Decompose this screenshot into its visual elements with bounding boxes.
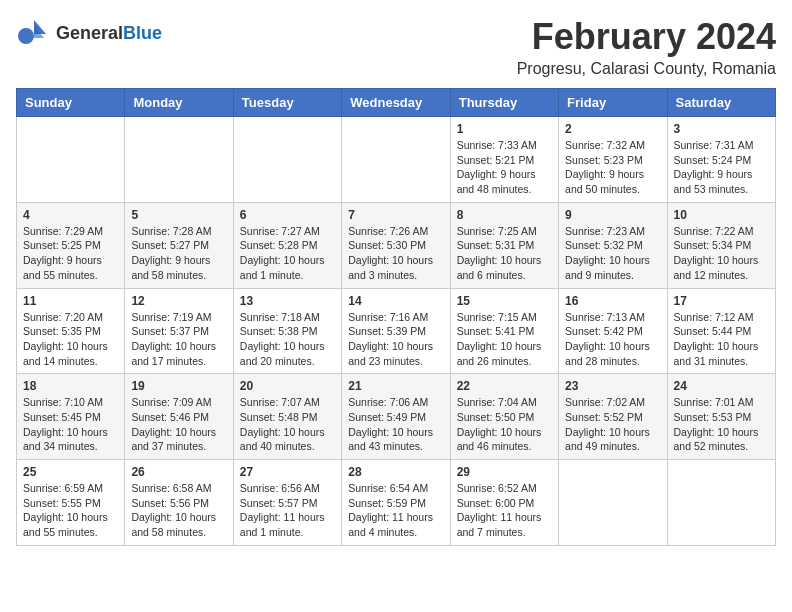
day-number: 26 (131, 465, 226, 479)
calendar-cell: 28Sunrise: 6:54 AM Sunset: 5:59 PM Dayli… (342, 460, 450, 546)
month-year-title: February 2024 (517, 16, 776, 58)
day-number: 12 (131, 294, 226, 308)
day-info: Sunrise: 7:22 AM Sunset: 5:34 PM Dayligh… (674, 224, 769, 283)
day-number: 27 (240, 465, 335, 479)
calendar-cell: 9Sunrise: 7:23 AM Sunset: 5:32 PM Daylig… (559, 202, 667, 288)
calendar-cell: 8Sunrise: 7:25 AM Sunset: 5:31 PM Daylig… (450, 202, 558, 288)
title-block: February 2024 Progresu, Calarasi County,… (517, 16, 776, 78)
day-number: 10 (674, 208, 769, 222)
day-info: Sunrise: 7:12 AM Sunset: 5:44 PM Dayligh… (674, 310, 769, 369)
calendar-cell: 20Sunrise: 7:07 AM Sunset: 5:48 PM Dayli… (233, 374, 341, 460)
calendar-cell (667, 460, 775, 546)
calendar-cell (233, 117, 341, 203)
day-info: Sunrise: 7:25 AM Sunset: 5:31 PM Dayligh… (457, 224, 552, 283)
day-info: Sunrise: 6:54 AM Sunset: 5:59 PM Dayligh… (348, 481, 443, 540)
day-info: Sunrise: 7:18 AM Sunset: 5:38 PM Dayligh… (240, 310, 335, 369)
day-info: Sunrise: 7:28 AM Sunset: 5:27 PM Dayligh… (131, 224, 226, 283)
calendar-cell: 1Sunrise: 7:33 AM Sunset: 5:21 PM Daylig… (450, 117, 558, 203)
day-info: Sunrise: 7:16 AM Sunset: 5:39 PM Dayligh… (348, 310, 443, 369)
day-number: 21 (348, 379, 443, 393)
day-number: 15 (457, 294, 552, 308)
calendar-cell: 29Sunrise: 6:52 AM Sunset: 6:00 PM Dayli… (450, 460, 558, 546)
day-info: Sunrise: 6:56 AM Sunset: 5:57 PM Dayligh… (240, 481, 335, 540)
calendar-cell: 27Sunrise: 6:56 AM Sunset: 5:57 PM Dayli… (233, 460, 341, 546)
day-info: Sunrise: 7:06 AM Sunset: 5:49 PM Dayligh… (348, 395, 443, 454)
page-header: GeneralBlue February 2024 Progresu, Cala… (16, 16, 776, 78)
day-info: Sunrise: 7:09 AM Sunset: 5:46 PM Dayligh… (131, 395, 226, 454)
day-number: 20 (240, 379, 335, 393)
day-number: 18 (23, 379, 118, 393)
day-info: Sunrise: 7:29 AM Sunset: 5:25 PM Dayligh… (23, 224, 118, 283)
day-number: 5 (131, 208, 226, 222)
logo-icon (16, 16, 52, 52)
day-number: 3 (674, 122, 769, 136)
day-number: 7 (348, 208, 443, 222)
day-info: Sunrise: 7:02 AM Sunset: 5:52 PM Dayligh… (565, 395, 660, 454)
calendar-cell: 5Sunrise: 7:28 AM Sunset: 5:27 PM Daylig… (125, 202, 233, 288)
day-number: 28 (348, 465, 443, 479)
day-number: 23 (565, 379, 660, 393)
calendar-cell: 11Sunrise: 7:20 AM Sunset: 5:35 PM Dayli… (17, 288, 125, 374)
calendar-cell: 6Sunrise: 7:27 AM Sunset: 5:28 PM Daylig… (233, 202, 341, 288)
day-number: 11 (23, 294, 118, 308)
day-number: 17 (674, 294, 769, 308)
day-info: Sunrise: 7:10 AM Sunset: 5:45 PM Dayligh… (23, 395, 118, 454)
day-number: 29 (457, 465, 552, 479)
day-info: Sunrise: 7:27 AM Sunset: 5:28 PM Dayligh… (240, 224, 335, 283)
day-info: Sunrise: 7:32 AM Sunset: 5:23 PM Dayligh… (565, 138, 660, 197)
calendar-cell: 16Sunrise: 7:13 AM Sunset: 5:42 PM Dayli… (559, 288, 667, 374)
logo-blue: Blue (123, 23, 162, 43)
day-info: Sunrise: 7:33 AM Sunset: 5:21 PM Dayligh… (457, 138, 552, 197)
logo: GeneralBlue (16, 16, 162, 52)
day-number: 13 (240, 294, 335, 308)
calendar-week-row: 11Sunrise: 7:20 AM Sunset: 5:35 PM Dayli… (17, 288, 776, 374)
day-number: 1 (457, 122, 552, 136)
calendar-cell: 19Sunrise: 7:09 AM Sunset: 5:46 PM Dayli… (125, 374, 233, 460)
calendar-cell: 10Sunrise: 7:22 AM Sunset: 5:34 PM Dayli… (667, 202, 775, 288)
calendar-week-row: 25Sunrise: 6:59 AM Sunset: 5:55 PM Dayli… (17, 460, 776, 546)
day-info: Sunrise: 6:59 AM Sunset: 5:55 PM Dayligh… (23, 481, 118, 540)
day-number: 19 (131, 379, 226, 393)
day-number: 22 (457, 379, 552, 393)
calendar-table: SundayMondayTuesdayWednesdayThursdayFrid… (16, 88, 776, 546)
day-info: Sunrise: 7:31 AM Sunset: 5:24 PM Dayligh… (674, 138, 769, 197)
calendar-cell: 15Sunrise: 7:15 AM Sunset: 5:41 PM Dayli… (450, 288, 558, 374)
day-number: 9 (565, 208, 660, 222)
weekday-header-tuesday: Tuesday (233, 89, 341, 117)
day-number: 14 (348, 294, 443, 308)
day-number: 25 (23, 465, 118, 479)
weekday-header-wednesday: Wednesday (342, 89, 450, 117)
calendar-cell: 22Sunrise: 7:04 AM Sunset: 5:50 PM Dayli… (450, 374, 558, 460)
calendar-cell: 25Sunrise: 6:59 AM Sunset: 5:55 PM Dayli… (17, 460, 125, 546)
calendar-cell: 7Sunrise: 7:26 AM Sunset: 5:30 PM Daylig… (342, 202, 450, 288)
day-info: Sunrise: 7:13 AM Sunset: 5:42 PM Dayligh… (565, 310, 660, 369)
day-info: Sunrise: 7:01 AM Sunset: 5:53 PM Dayligh… (674, 395, 769, 454)
calendar-cell (342, 117, 450, 203)
svg-point-2 (18, 28, 34, 44)
calendar-cell (17, 117, 125, 203)
day-number: 4 (23, 208, 118, 222)
weekday-header-thursday: Thursday (450, 89, 558, 117)
calendar-cell: 18Sunrise: 7:10 AM Sunset: 5:45 PM Dayli… (17, 374, 125, 460)
calendar-cell: 3Sunrise: 7:31 AM Sunset: 5:24 PM Daylig… (667, 117, 775, 203)
calendar-cell: 21Sunrise: 7:06 AM Sunset: 5:49 PM Dayli… (342, 374, 450, 460)
day-number: 8 (457, 208, 552, 222)
day-info: Sunrise: 6:58 AM Sunset: 5:56 PM Dayligh… (131, 481, 226, 540)
day-info: Sunrise: 7:15 AM Sunset: 5:41 PM Dayligh… (457, 310, 552, 369)
calendar-cell: 13Sunrise: 7:18 AM Sunset: 5:38 PM Dayli… (233, 288, 341, 374)
day-number: 6 (240, 208, 335, 222)
calendar-cell (125, 117, 233, 203)
day-info: Sunrise: 7:26 AM Sunset: 5:30 PM Dayligh… (348, 224, 443, 283)
weekday-header-sunday: Sunday (17, 89, 125, 117)
calendar-cell: 17Sunrise: 7:12 AM Sunset: 5:44 PM Dayli… (667, 288, 775, 374)
weekday-header-friday: Friday (559, 89, 667, 117)
day-info: Sunrise: 7:20 AM Sunset: 5:35 PM Dayligh… (23, 310, 118, 369)
weekday-header-saturday: Saturday (667, 89, 775, 117)
day-info: Sunrise: 7:07 AM Sunset: 5:48 PM Dayligh… (240, 395, 335, 454)
day-number: 2 (565, 122, 660, 136)
day-info: Sunrise: 6:52 AM Sunset: 6:00 PM Dayligh… (457, 481, 552, 540)
calendar-cell: 26Sunrise: 6:58 AM Sunset: 5:56 PM Dayli… (125, 460, 233, 546)
calendar-header-row: SundayMondayTuesdayWednesdayThursdayFrid… (17, 89, 776, 117)
calendar-week-row: 18Sunrise: 7:10 AM Sunset: 5:45 PM Dayli… (17, 374, 776, 460)
location-subtitle: Progresu, Calarasi County, Romania (517, 60, 776, 78)
